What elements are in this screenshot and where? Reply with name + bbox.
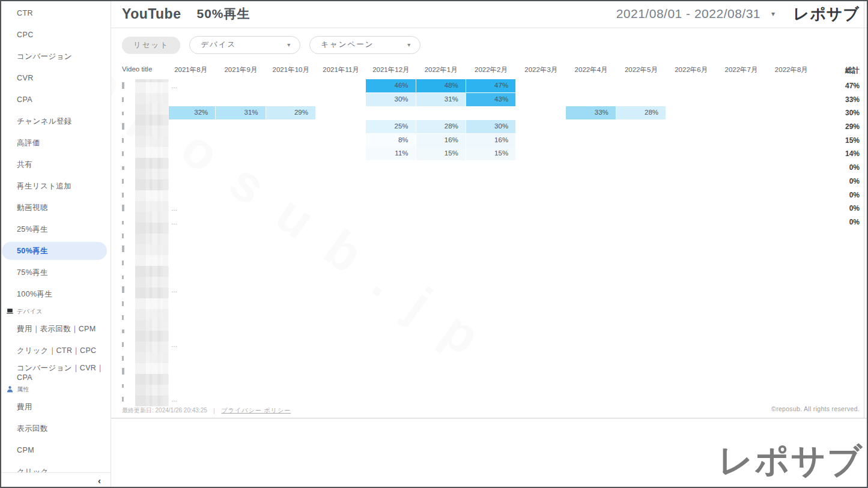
empty-cell bbox=[516, 175, 566, 188]
column-header-month: 2022年2月 bbox=[466, 65, 516, 77]
empty-cell bbox=[166, 283, 216, 297]
sidebar-item[interactable]: 75%再生 bbox=[0, 262, 111, 283]
empty-cell bbox=[766, 338, 816, 351]
empty-cell bbox=[716, 256, 766, 270]
empty-cell bbox=[766, 270, 816, 283]
date-range-picker[interactable]: 2021/08/01 - 2022/08/31 ▾ bbox=[616, 7, 775, 21]
empty-cell bbox=[616, 256, 666, 270]
sidebar-item[interactable]: チャンネル登録 bbox=[0, 110, 111, 132]
empty-cell bbox=[516, 147, 566, 160]
campaign-filter-dropdown[interactable]: キャンペーン ▾ bbox=[309, 36, 420, 54]
date-range-label: 2021/08/01 - 2022/08/31 bbox=[616, 7, 760, 21]
sidebar-item[interactable]: CPA bbox=[0, 89, 111, 110]
empty-cell bbox=[416, 202, 466, 215]
sidebar-item[interactable]: CPC bbox=[0, 24, 111, 46]
row-total bbox=[816, 297, 861, 310]
empty-cell bbox=[216, 202, 266, 215]
redacted-text-fragment bbox=[122, 330, 124, 333]
empty-cell bbox=[416, 379, 466, 392]
sidebar-item[interactable]: CVR bbox=[0, 67, 111, 89]
sidebar-item[interactable]: 動画視聴 bbox=[0, 197, 111, 218]
empty-cell bbox=[266, 365, 316, 378]
empty-cell bbox=[766, 242, 816, 256]
empty-cell bbox=[616, 242, 666, 256]
empty-cell bbox=[466, 256, 516, 270]
sidebar-item[interactable]: 高評価 bbox=[0, 132, 111, 154]
sidebar-item[interactable]: 共有 bbox=[0, 154, 111, 175]
empty-cell bbox=[616, 283, 666, 297]
chevron-down-icon: ▾ bbox=[287, 41, 291, 48]
sidebar-item[interactable]: 費用 bbox=[0, 396, 111, 418]
redacted-text-fragment bbox=[122, 286, 124, 293]
empty-cell bbox=[466, 215, 516, 229]
column-header-month: 2022年3月 bbox=[516, 65, 566, 77]
reset-button[interactable]: リセット bbox=[122, 37, 180, 54]
sidebar-item[interactable]: CPM bbox=[0, 439, 111, 461]
empty-cell bbox=[666, 229, 716, 242]
column-header-total: 総計 bbox=[816, 65, 861, 77]
sidebar-item[interactable]: 50%再生 bbox=[2, 242, 107, 260]
empty-cell bbox=[216, 175, 266, 188]
empty-cell bbox=[466, 188, 516, 202]
table-row: …0% bbox=[122, 215, 861, 229]
empty-cell bbox=[566, 256, 616, 270]
table-row: …32%31%29%33%28%30% bbox=[122, 106, 861, 120]
redacted-text-fragment bbox=[122, 205, 124, 211]
sidebar-item[interactable]: クリック bbox=[0, 461, 111, 472]
sidebar-item[interactable]: 表示回数 bbox=[0, 418, 111, 439]
empty-cell bbox=[516, 134, 566, 147]
empty-cell bbox=[316, 175, 366, 188]
collapse-sidebar-icon[interactable]: ‹ bbox=[98, 475, 101, 486]
table-row bbox=[122, 256, 861, 270]
scrollbar[interactable] bbox=[864, 0, 864, 418]
report-header: YouTube 50%再生 2021/08/01 - 2022/08/31 ▾ … bbox=[111, 0, 868, 28]
empty-cell bbox=[366, 311, 416, 324]
panel-footer: 最終更新日: 2024/1/26 20:43:25 ｜ プライバシー ポリシー bbox=[122, 406, 291, 415]
empty-cell bbox=[366, 242, 416, 256]
empty-cell bbox=[566, 365, 616, 378]
empty-cell bbox=[416, 161, 466, 174]
empty-cell bbox=[266, 202, 316, 215]
empty-cell bbox=[366, 379, 416, 392]
row-total bbox=[816, 242, 861, 256]
empty-cell bbox=[716, 338, 766, 351]
empty-cell bbox=[566, 215, 616, 229]
empty-cell bbox=[666, 324, 716, 337]
redacted-text-fragment bbox=[122, 123, 124, 130]
empty-cell bbox=[566, 93, 616, 106]
redacted-text-fragment bbox=[122, 233, 124, 238]
sidebar-item[interactable]: CTR bbox=[0, 2, 111, 24]
sidebar-item[interactable]: 100%再生 bbox=[0, 283, 111, 305]
empty-cell bbox=[366, 188, 416, 202]
row-total bbox=[816, 270, 861, 283]
empty-cell bbox=[616, 161, 666, 174]
empty-cell bbox=[716, 79, 766, 92]
empty-cell bbox=[716, 297, 766, 310]
empty-cell bbox=[516, 297, 566, 310]
sidebar-item[interactable]: 25%再生 bbox=[0, 218, 111, 240]
sidebar-item[interactable]: コンバージョン bbox=[0, 46, 111, 67]
empty-cell bbox=[666, 365, 716, 378]
privacy-policy-link[interactable]: プライバシー ポリシー bbox=[222, 406, 291, 415]
sidebar-item[interactable]: クリック｜CTR｜CPC bbox=[0, 340, 111, 361]
empty-cell bbox=[416, 188, 466, 202]
empty-cell bbox=[216, 147, 266, 160]
empty-cell bbox=[366, 202, 416, 215]
device-filter-dropdown[interactable]: デバイス ▾ bbox=[189, 36, 300, 54]
empty-cell bbox=[616, 215, 666, 229]
sidebar-item[interactable]: コンバージョン｜CVR｜CPA bbox=[0, 361, 111, 383]
empty-cell bbox=[266, 188, 316, 202]
empty-cell bbox=[466, 297, 516, 310]
empty-cell bbox=[166, 202, 216, 215]
empty-cell bbox=[566, 175, 616, 188]
row-total: 30% bbox=[816, 106, 861, 119]
table-row: … bbox=[122, 393, 861, 406]
sidebar-item[interactable]: 再生リスト追加 bbox=[0, 175, 111, 197]
empty-cell bbox=[266, 147, 316, 160]
empty-cell bbox=[366, 256, 416, 270]
empty-cell bbox=[516, 93, 566, 106]
heatmap-cell: 8% bbox=[366, 134, 416, 147]
empty-cell bbox=[266, 311, 316, 324]
sidebar-item[interactable]: 費用｜表示回数｜CPM bbox=[0, 318, 111, 340]
row-total: 47% bbox=[816, 79, 861, 92]
